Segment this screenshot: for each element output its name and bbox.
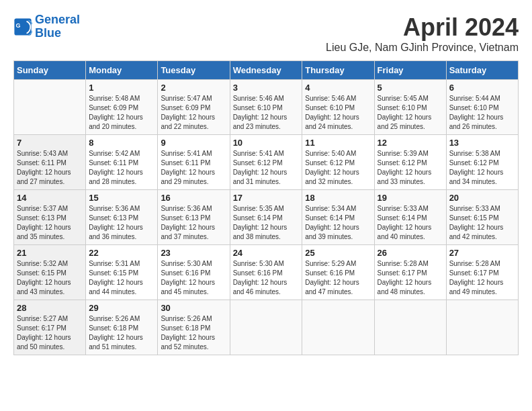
calendar-subtitle: Lieu GJe, Nam GJinh Province, Vietnam [326, 42, 519, 54]
day-cell: 16Sunrise: 5:36 AM Sunset: 6:13 PM Dayli… [158, 190, 230, 245]
title-section: April 2024 Lieu GJe, Nam GJinh Province,… [326, 13, 519, 54]
day-number: 30 [161, 303, 226, 313]
day-number: 6 [449, 83, 515, 93]
day-cell [374, 300, 446, 355]
day-info: Sunrise: 5:35 AM Sunset: 6:14 PM Dayligh… [233, 204, 300, 242]
header-cell-sunday: Sunday [14, 61, 86, 80]
day-cell [302, 300, 374, 355]
day-cell [230, 300, 302, 355]
day-cell [446, 300, 518, 355]
day-cell [14, 80, 86, 135]
day-number: 23 [161, 248, 226, 258]
day-number: 1 [89, 83, 154, 93]
day-cell: 19Sunrise: 5:33 AM Sunset: 6:14 PM Dayli… [374, 190, 446, 245]
day-cell: 11Sunrise: 5:40 AM Sunset: 6:12 PM Dayli… [302, 135, 374, 190]
header-cell-thursday: Thursday [302, 61, 374, 80]
header-cell-monday: Monday [86, 61, 158, 80]
day-number: 27 [449, 248, 515, 258]
day-cell: 24Sunrise: 5:30 AM Sunset: 6:16 PM Dayli… [230, 245, 302, 300]
day-cell: 27Sunrise: 5:28 AM Sunset: 6:17 PM Dayli… [446, 245, 518, 300]
day-number: 9 [161, 138, 226, 148]
svg-text:G: G [16, 22, 21, 29]
day-number: 8 [89, 138, 154, 148]
header-cell-saturday: Saturday [446, 61, 518, 80]
day-info: Sunrise: 5:36 AM Sunset: 6:13 PM Dayligh… [89, 204, 154, 242]
day-info: Sunrise: 5:27 AM Sunset: 6:17 PM Dayligh… [17, 314, 83, 352]
day-cell: 26Sunrise: 5:28 AM Sunset: 6:17 PM Dayli… [374, 245, 446, 300]
day-info: Sunrise: 5:32 AM Sunset: 6:15 PM Dayligh… [17, 259, 83, 297]
day-cell: 5Sunrise: 5:45 AM Sunset: 6:10 PM Daylig… [374, 80, 446, 135]
day-info: Sunrise: 5:45 AM Sunset: 6:10 PM Dayligh… [378, 94, 443, 132]
week-row-1: 1Sunrise: 5:48 AM Sunset: 6:09 PM Daylig… [14, 80, 519, 135]
day-number: 19 [378, 193, 443, 203]
day-number: 20 [449, 193, 515, 203]
day-cell: 25Sunrise: 5:29 AM Sunset: 6:16 PM Dayli… [302, 245, 374, 300]
day-number: 24 [233, 248, 300, 258]
day-cell: 20Sunrise: 5:33 AM Sunset: 6:15 PM Dayli… [446, 190, 518, 245]
day-info: Sunrise: 5:31 AM Sunset: 6:15 PM Dayligh… [89, 259, 154, 297]
logo: G General Blue [13, 13, 80, 40]
calendar-header-row: SundayMondayTuesdayWednesdayThursdayFrid… [14, 61, 519, 80]
day-info: Sunrise: 5:48 AM Sunset: 6:09 PM Dayligh… [89, 94, 154, 132]
day-info: Sunrise: 5:41 AM Sunset: 6:11 PM Dayligh… [161, 149, 226, 187]
day-cell: 22Sunrise: 5:31 AM Sunset: 6:15 PM Dayli… [86, 245, 158, 300]
day-info: Sunrise: 5:38 AM Sunset: 6:12 PM Dayligh… [449, 149, 515, 187]
calendar-title: April 2024 [326, 13, 519, 42]
week-row-2: 7Sunrise: 5:43 AM Sunset: 6:11 PM Daylig… [14, 135, 519, 190]
day-cell: 2Sunrise: 5:47 AM Sunset: 6:09 PM Daylig… [158, 80, 230, 135]
day-info: Sunrise: 5:47 AM Sunset: 6:09 PM Dayligh… [161, 94, 226, 132]
day-number: 13 [449, 138, 515, 148]
day-info: Sunrise: 5:39 AM Sunset: 6:12 PM Dayligh… [378, 149, 443, 187]
day-cell: 17Sunrise: 5:35 AM Sunset: 6:14 PM Dayli… [230, 190, 302, 245]
day-number: 2 [161, 83, 226, 93]
day-cell: 4Sunrise: 5:46 AM Sunset: 6:10 PM Daylig… [302, 80, 374, 135]
day-info: Sunrise: 5:36 AM Sunset: 6:13 PM Dayligh… [161, 204, 226, 242]
calendar-body: 1Sunrise: 5:48 AM Sunset: 6:09 PM Daylig… [14, 80, 519, 355]
day-number: 4 [305, 83, 371, 93]
day-cell: 13Sunrise: 5:38 AM Sunset: 6:12 PM Dayli… [446, 135, 518, 190]
day-info: Sunrise: 5:46 AM Sunset: 6:10 PM Dayligh… [305, 94, 371, 132]
day-number: 5 [378, 83, 443, 93]
day-number: 25 [305, 248, 371, 258]
day-info: Sunrise: 5:46 AM Sunset: 6:10 PM Dayligh… [233, 94, 300, 132]
day-cell: 15Sunrise: 5:36 AM Sunset: 6:13 PM Dayli… [86, 190, 158, 245]
day-number: 11 [305, 138, 371, 148]
week-row-3: 14Sunrise: 5:37 AM Sunset: 6:13 PM Dayli… [14, 190, 519, 245]
day-cell: 28Sunrise: 5:27 AM Sunset: 6:17 PM Dayli… [14, 300, 86, 355]
logo-icon: G [13, 17, 32, 36]
day-info: Sunrise: 5:26 AM Sunset: 6:18 PM Dayligh… [89, 314, 154, 352]
day-number: 15 [89, 193, 154, 203]
day-cell: 1Sunrise: 5:48 AM Sunset: 6:09 PM Daylig… [86, 80, 158, 135]
page-header: G General Blue April 2024 Lieu GJe, Nam … [13, 13, 519, 54]
day-info: Sunrise: 5:34 AM Sunset: 6:14 PM Dayligh… [305, 204, 371, 242]
day-info: Sunrise: 5:30 AM Sunset: 6:16 PM Dayligh… [233, 259, 300, 297]
day-cell: 14Sunrise: 5:37 AM Sunset: 6:13 PM Dayli… [14, 190, 86, 245]
day-info: Sunrise: 5:42 AM Sunset: 6:11 PM Dayligh… [89, 149, 154, 187]
day-info: Sunrise: 5:37 AM Sunset: 6:13 PM Dayligh… [17, 204, 83, 242]
header-cell-tuesday: Tuesday [158, 61, 230, 80]
day-number: 17 [233, 193, 300, 203]
day-info: Sunrise: 5:40 AM Sunset: 6:12 PM Dayligh… [305, 149, 371, 187]
day-cell: 21Sunrise: 5:32 AM Sunset: 6:15 PM Dayli… [14, 245, 86, 300]
day-number: 16 [161, 193, 226, 203]
day-info: Sunrise: 5:26 AM Sunset: 6:18 PM Dayligh… [161, 314, 226, 352]
day-number: 3 [233, 83, 300, 93]
day-number: 14 [17, 193, 83, 203]
day-number: 21 [17, 248, 83, 258]
day-info: Sunrise: 5:33 AM Sunset: 6:14 PM Dayligh… [378, 204, 443, 242]
day-number: 29 [89, 303, 154, 313]
day-info: Sunrise: 5:41 AM Sunset: 6:12 PM Dayligh… [233, 149, 300, 187]
day-number: 12 [378, 138, 443, 148]
day-number: 28 [17, 303, 83, 313]
logo-text: General Blue [35, 13, 80, 40]
day-number: 7 [17, 138, 83, 148]
day-cell: 10Sunrise: 5:41 AM Sunset: 6:12 PM Dayli… [230, 135, 302, 190]
logo-line1: General [35, 13, 80, 26]
day-cell: 9Sunrise: 5:41 AM Sunset: 6:11 PM Daylig… [158, 135, 230, 190]
day-cell: 7Sunrise: 5:43 AM Sunset: 6:11 PM Daylig… [14, 135, 86, 190]
day-info: Sunrise: 5:33 AM Sunset: 6:15 PM Dayligh… [449, 204, 515, 242]
day-number: 18 [305, 193, 371, 203]
day-cell: 30Sunrise: 5:26 AM Sunset: 6:18 PM Dayli… [158, 300, 230, 355]
day-number: 22 [89, 248, 154, 258]
day-info: Sunrise: 5:29 AM Sunset: 6:16 PM Dayligh… [305, 259, 371, 297]
